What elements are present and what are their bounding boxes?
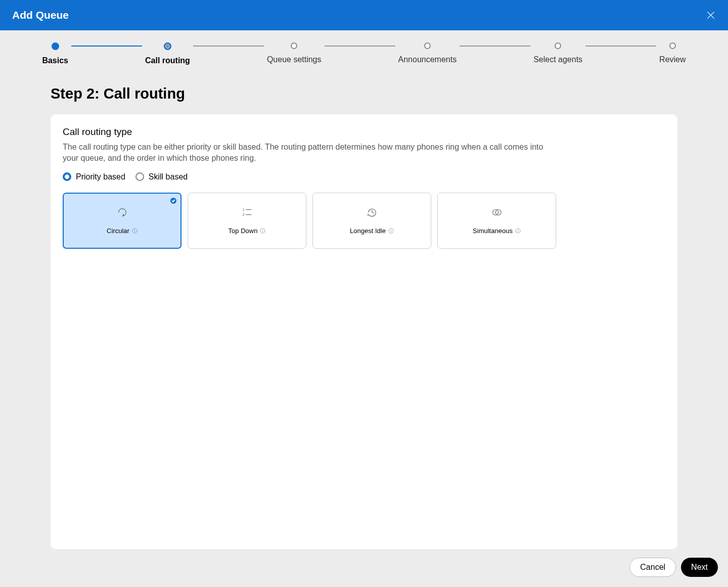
option-label: Top Down (229, 227, 258, 235)
step-review[interactable]: Review (659, 42, 686, 64)
selected-check-icon (170, 198, 176, 204)
step-label: Review (659, 55, 686, 64)
option-label-row: Longest Idle (350, 227, 394, 235)
svg-text:2: 2 (242, 212, 244, 217)
circular-icon (117, 207, 128, 218)
page-title: Step 2: Call routing (51, 85, 728, 102)
step-label: Announcements (398, 55, 457, 64)
svg-point-19 (518, 230, 518, 230)
radio-unchecked-icon (135, 172, 144, 181)
routing-options-grid: Circular 1 2 Top Down (63, 193, 665, 249)
footer-actions: Cancel Next (629, 558, 718, 577)
section-description: The call routing type can be either prio… (63, 142, 558, 164)
step-label: Queue settings (267, 55, 322, 64)
routing-type-radio-group: Priority based Skill based (63, 172, 665, 182)
modal-title: Add Queue (12, 9, 69, 21)
radio-skill-based[interactable]: Skill based (135, 172, 188, 182)
option-circular[interactable]: Circular (63, 193, 181, 249)
option-label-row: Simultaneous (473, 227, 521, 235)
svg-line-11 (372, 212, 374, 213)
radio-label: Skill based (149, 172, 188, 182)
close-icon[interactable] (706, 10, 716, 20)
option-label-row: Top Down (229, 227, 266, 235)
step-connector (460, 46, 530, 47)
modal-header: Add Queue (0, 0, 728, 30)
step-circle-completed-icon (52, 42, 59, 50)
svg-text:1: 1 (242, 207, 244, 212)
overlap-circles-icon (491, 207, 503, 218)
svg-point-14 (391, 230, 391, 230)
step-call-routing[interactable]: Call routing (145, 42, 190, 65)
step-connector (325, 46, 395, 47)
step-label: Call routing (145, 56, 190, 65)
step-select-agents[interactable]: Select agents (533, 42, 582, 64)
step-connector (71, 46, 142, 47)
option-longest-idle[interactable]: Longest Idle (312, 193, 431, 249)
step-circle-active-icon (164, 42, 171, 50)
option-label: Simultaneous (473, 227, 513, 235)
option-simultaneous[interactable]: Simultaneous (437, 193, 556, 249)
step-connector (193, 46, 264, 47)
step-label: Basics (42, 56, 68, 65)
radio-label: Priority based (76, 172, 125, 182)
next-button[interactable]: Next (681, 558, 718, 577)
radio-checked-icon (63, 172, 71, 181)
info-icon[interactable] (515, 228, 521, 234)
list-ordered-icon: 1 2 (242, 207, 253, 218)
stepper: Basics Call routing Queue settings Annou… (0, 30, 728, 65)
step-circle-icon (669, 42, 676, 49)
option-label-row: Circular (107, 227, 138, 235)
content-card: Call routing type The call routing type … (51, 114, 677, 549)
svg-point-2 (134, 230, 135, 230)
info-icon[interactable] (132, 228, 138, 234)
step-circle-icon (555, 42, 561, 49)
cancel-button[interactable]: Cancel (629, 558, 676, 577)
step-queue-settings[interactable]: Queue settings (267, 42, 322, 64)
option-top-down[interactable]: 1 2 Top Down (188, 193, 306, 249)
info-icon[interactable] (388, 228, 394, 234)
step-announcements[interactable]: Announcements (398, 42, 457, 64)
step-label: Select agents (533, 55, 582, 64)
svg-point-9 (263, 230, 263, 230)
option-label: Longest Idle (350, 227, 386, 235)
step-circle-icon (291, 42, 297, 49)
step-connector (585, 46, 656, 47)
step-basics[interactable]: Basics (42, 42, 68, 65)
radio-priority-based[interactable]: Priority based (63, 172, 125, 182)
info-icon[interactable] (260, 228, 265, 234)
option-label: Circular (107, 227, 129, 235)
section-title: Call routing type (63, 126, 665, 138)
step-circle-icon (424, 42, 431, 49)
history-icon (367, 207, 378, 218)
